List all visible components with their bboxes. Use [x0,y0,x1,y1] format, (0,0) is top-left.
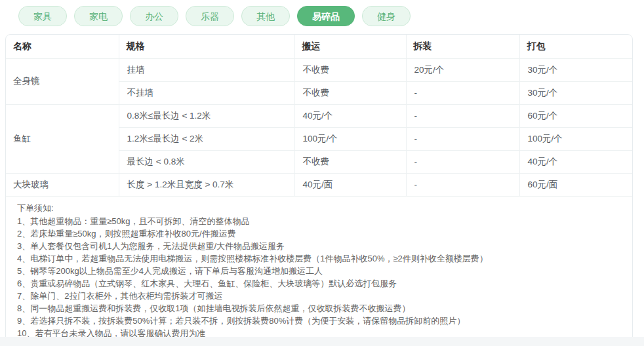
spec-cell: 0.8米≤最长边 < 1.2米 [119,104,294,127]
pricing-panel: 名称规格搬运拆装打包 全身镜挂墙不收费20元/个30元/个不挂墙不收费-30元/… [5,34,633,346]
note-item: 8、同一物品超重搬运费和拆装费，仅收取1项（如挂墙电视拆装后依然超重，仅收取拆装… [17,302,622,315]
category-tab-1[interactable]: 家电 [74,6,123,26]
price-cell: 30元/个 [519,58,633,81]
price-cell: 40元/面 [294,173,406,196]
table-header-row: 名称规格搬运拆装打包 [6,35,633,58]
column-header: 搬运 [294,35,406,58]
price-cell: 不收费 [294,81,406,104]
category-tab-6[interactable]: 健身 [362,6,411,26]
order-notes: 下单须知: 1、其他超重物品：重量≥50kg，且不可拆卸、清空的整体物品2、若床… [6,197,632,346]
note-item: 9、若选择只拆不装，按拆装费50%计算；若只装不拆，则按拆装费80%计费（为便于… [17,315,622,327]
price-cell: - [406,81,519,104]
note-item: 7、除单门、2拉门衣柜外，其他衣柜均需拆装才可搬运 [17,290,622,302]
note-item: 6、贵重或易碎物品（立式钢琴、红木家具、大理石、鱼缸、保险柜、大块玻璃等）默认必… [17,277,622,290]
column-header: 规格 [119,35,294,58]
note-item: 1、其他超重物品：重量≥50kg，且不可拆卸、清空的整体物品 [17,215,622,227]
table-row: 鱼缸0.8米≤最长边 < 1.2米40元/个-60元/个 [6,104,633,127]
column-header: 拆装 [406,35,519,58]
price-cell: 不收费 [294,150,406,173]
item-name-cell: 全身镜 [6,58,119,104]
note-item: 4、电梯订单中，若超重物品无法使用电梯搬运，则需按照楼梯标准补收楼层费（1件物品… [17,252,622,265]
column-header: 打包 [519,35,633,58]
spec-cell: 挂墙 [119,58,294,81]
price-cell: 20元/个 [406,58,519,81]
category-tab-4[interactable]: 其他 [241,6,290,26]
table-row: 全身镜挂墙不收费20元/个30元/个 [6,58,633,81]
notes-title: 下单须知: [17,202,622,215]
price-cell: - [406,150,519,173]
price-cell: 60元/个 [519,104,633,127]
table-row: 大块玻璃长度 > 1.2米且宽度 > 0.7米40元/面-60元/面 [6,173,633,196]
price-cell: 100元/个 [519,127,633,150]
price-cell: 60元/面 [519,173,633,196]
price-cell: 100元/个 [294,127,406,150]
price-cell: 40元/个 [519,150,633,173]
price-cell: 40元/个 [294,104,406,127]
spec-cell: 1.2米≤最长边 < 2米 [119,127,294,150]
category-tab-bar: 家具家电办公乐器其他易碎品健身 [0,0,644,34]
pricing-table: 名称规格搬运拆装打包 全身镜挂墙不收费20元/个30元/个不挂墙不收费-30元/… [6,35,633,197]
note-item: 5、钢琴等200kg以上物品需至少4人完成搬运，请下单后与客服沟通增加搬运工人 [17,265,622,277]
notes-list: 1、其他超重物品：重量≥50kg，且不可拆卸、清空的整体物品2、若床垫重量≥50… [17,215,622,339]
item-name-cell: 鱼缸 [6,104,119,173]
category-tab-0[interactable]: 家具 [18,6,67,26]
spec-cell: 长度 > 1.2米且宽度 > 0.7米 [119,173,294,196]
price-cell: 不收费 [294,58,406,81]
column-header: 名称 [6,35,119,58]
note-item: 3、单人套餐仅包含司机1人为您服务，无法提供超重/大件物品搬运服务 [17,240,622,252]
price-cell: 30元/个 [519,81,633,104]
category-tab-2[interactable]: 办公 [130,6,178,26]
item-name-cell: 大块玻璃 [6,173,119,196]
spec-cell: 最长边 < 0.8米 [119,150,294,173]
pricing-page: 家具家电办公乐器其他易碎品健身 名称规格搬运拆装打包 全身镜挂墙不收费20元/个… [0,0,644,346]
page-background-strip [0,337,644,346]
category-tab-3[interactable]: 乐器 [186,6,234,26]
price-cell: - [406,104,519,127]
note-item: 2、若床垫重量≥50kg，则按照超重标准补收80元/件搬运费 [17,227,622,240]
spec-cell: 不挂墙 [119,81,294,104]
price-cell: - [406,127,519,150]
price-cell: - [406,173,519,196]
category-tab-5-active[interactable]: 易碎品 [297,6,355,26]
